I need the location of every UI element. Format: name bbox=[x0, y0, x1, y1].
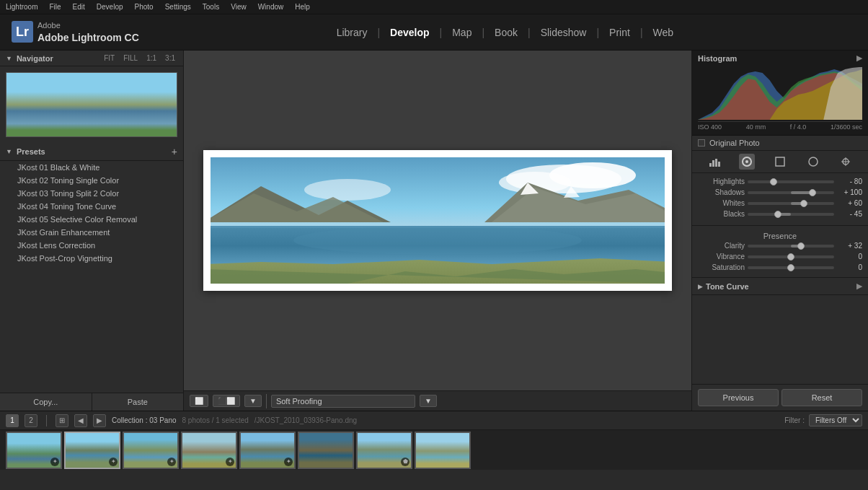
nav-sep-4: | bbox=[528, 27, 531, 38]
view-square-btn[interactable]: ⬜ bbox=[190, 395, 208, 407]
nav-sep-2: | bbox=[440, 27, 443, 38]
menu-photo[interactable]: Photo bbox=[135, 3, 154, 11]
reset-button[interactable]: Reset bbox=[781, 389, 862, 406]
tool-retouch-icon[interactable] bbox=[805, 154, 821, 170]
clarity-thumb[interactable] bbox=[797, 242, 805, 250]
preset-item-1[interactable]: JKost 01 Black & White bbox=[0, 161, 183, 174]
filmstrip-grid-btn[interactable]: ⊞ bbox=[56, 414, 68, 427]
filmstrip-thumb-6[interactable] bbox=[298, 432, 354, 469]
filmstrip-page-2[interactable]: 2 bbox=[25, 414, 37, 427]
highlights-thumb[interactable] bbox=[770, 178, 777, 185]
preset-item-8[interactable]: JKost Post-Crop Vignetting bbox=[0, 252, 183, 265]
shadows-track[interactable] bbox=[748, 191, 834, 194]
presence-section: Presence Clarity + 32 Vibrance 0 bbox=[692, 226, 868, 278]
center-content: ⬜ ⬛⬜ ▼ Soft Proofing ▼ bbox=[184, 51, 691, 411]
whites-track[interactable] bbox=[748, 202, 834, 205]
preset-item-4[interactable]: JKost 04 Toning Tone Curve bbox=[0, 200, 183, 213]
highlights-value: - 80 bbox=[837, 178, 862, 185]
preset-item-5[interactable]: JKost 05 Selective Color Removal bbox=[0, 213, 183, 226]
filmstrip-page-1[interactable]: 1 bbox=[6, 414, 19, 427]
vibrance-thumb[interactable] bbox=[787, 253, 794, 261]
saturation-value: 0 bbox=[837, 263, 862, 271]
soft-proofing-select[interactable]: Soft Proofing bbox=[271, 395, 415, 408]
view-dropdown-btn[interactable]: ▼ bbox=[244, 395, 262, 407]
navigator-header[interactable]: ▼ Navigator FIT FILL 1:1 3:1 bbox=[0, 51, 183, 66]
tool-circle-icon[interactable] bbox=[739, 154, 755, 170]
filmstrip-next-btn[interactable]: ▶ bbox=[93, 414, 106, 427]
presets-header[interactable]: ▼ Presets + bbox=[0, 143, 183, 161]
menu-lightroom[interactable]: Lightroom bbox=[6, 3, 37, 11]
filmstrip-thumb-5[interactable]: ✦ bbox=[239, 432, 296, 469]
nav-book[interactable]: Book bbox=[487, 24, 525, 41]
nav-sep-6: | bbox=[640, 27, 643, 38]
thumb-4-badge: ✦ bbox=[226, 458, 234, 466]
preset-item-3[interactable]: JKost 03 Toning Split 2 Color bbox=[0, 187, 183, 200]
paste-button[interactable]: Paste bbox=[92, 393, 184, 411]
preset-item-7[interactable]: JKost Lens Correction bbox=[0, 239, 183, 252]
nav-library[interactable]: Library bbox=[329, 24, 375, 41]
clarity-value: + 32 bbox=[837, 242, 862, 250]
whites-label: Whites bbox=[698, 199, 745, 207]
preset-item-2[interactable]: JKost 02 Toning Single Color bbox=[0, 174, 183, 187]
histogram-expand-icon[interactable]: ▶ bbox=[856, 53, 862, 63]
original-photo-label: Original Photo bbox=[709, 139, 760, 147]
nav-slideshow[interactable]: Slideshow bbox=[533, 24, 594, 41]
filmstrip-thumb-8[interactable] bbox=[415, 432, 471, 469]
filmstrip-thumb-2[interactable]: ✦ bbox=[64, 432, 120, 469]
menu-window[interactable]: Window bbox=[258, 3, 284, 11]
nav-fit-btn[interactable]: FIT bbox=[102, 53, 117, 63]
filmstrip-header: 1 2 ⊞ ◀ ▶ Collection : 03 Pano 8 photos … bbox=[0, 411, 868, 430]
presets-add-button[interactable]: + bbox=[172, 146, 177, 157]
toolbar-arrow-btn[interactable]: ▼ bbox=[420, 395, 437, 407]
tone-curve-header[interactable]: ▶ Tone Curve ▶ bbox=[692, 278, 868, 295]
logo-area: Lr Adobe Adobe Lightroom CC bbox=[12, 20, 139, 43]
shadows-value: + 100 bbox=[837, 188, 862, 196]
saturation-thumb[interactable] bbox=[787, 264, 794, 271]
blacks-thumb[interactable] bbox=[774, 211, 781, 218]
previous-button[interactable]: Previous bbox=[698, 389, 779, 406]
tool-histogram-icon[interactable] bbox=[707, 154, 722, 170]
nav-fill-btn[interactable]: FILL bbox=[121, 53, 140, 63]
preset-item-6[interactable]: JKost Grain Enhancement bbox=[0, 226, 183, 239]
shadows-thumb[interactable] bbox=[809, 189, 816, 196]
filmstrip-thumb-3[interactable]: ✦ bbox=[123, 432, 179, 469]
nav-thumbnail-image bbox=[6, 73, 177, 136]
tone-curve-expand-icon[interactable]: ▶ bbox=[856, 281, 862, 291]
thumb-7-badge: ⬟ bbox=[401, 458, 409, 466]
blacks-track[interactable] bbox=[748, 213, 834, 216]
nav-map[interactable]: Map bbox=[445, 24, 479, 41]
whites-thumb[interactable] bbox=[800, 200, 807, 207]
menu-edit[interactable]: Edit bbox=[73, 3, 85, 11]
tone-sliders: Highlights - 80 Shadows + 100 Whites bbox=[692, 173, 868, 226]
tool-crop-icon[interactable] bbox=[772, 154, 788, 170]
highlights-row: Highlights - 80 bbox=[698, 178, 862, 185]
vibrance-track[interactable] bbox=[748, 255, 834, 258]
filmstrip-thumb-7[interactable]: ⬟ bbox=[356, 432, 412, 469]
menu-tools[interactable]: Tools bbox=[203, 3, 219, 11]
clarity-track[interactable] bbox=[748, 245, 834, 248]
nav-develop[interactable]: Develop bbox=[383, 24, 436, 41]
copy-button[interactable]: Copy... bbox=[0, 393, 92, 411]
saturation-track[interactable] bbox=[748, 266, 834, 269]
tool-adjustment-icon[interactable] bbox=[838, 154, 854, 170]
filmstrip-prev-btn[interactable]: ◀ bbox=[74, 414, 87, 427]
thumb-1-badge: ✦ bbox=[50, 458, 59, 466]
menu-view[interactable]: View bbox=[231, 3, 247, 11]
menu-settings[interactable]: Settings bbox=[165, 3, 191, 11]
nav-print[interactable]: Print bbox=[602, 24, 637, 41]
nav-web[interactable]: Web bbox=[646, 24, 681, 41]
menu-help[interactable]: Help bbox=[295, 3, 310, 11]
histogram-svg bbox=[698, 66, 862, 120]
nav-3to1-btn[interactable]: 3:1 bbox=[163, 53, 177, 63]
menu-develop[interactable]: Develop bbox=[97, 3, 123, 11]
filmstrip-thumb-4[interactable]: ✦ bbox=[181, 432, 237, 469]
highlights-track[interactable] bbox=[748, 180, 834, 183]
original-photo-bar: Original Photo bbox=[692, 136, 868, 151]
menu-file[interactable]: File bbox=[49, 3, 61, 11]
filter-select[interactable]: Filters Off bbox=[809, 414, 862, 426]
left-panel: ▼ Navigator FIT FILL 1:1 3:1 ▼ Presets +… bbox=[0, 51, 184, 411]
nav-1to1-btn[interactable]: 1:1 bbox=[144, 53, 159, 63]
view-split-btn[interactable]: ⬛⬜ bbox=[213, 395, 240, 407]
filmstrip-thumb-1[interactable]: ✦ bbox=[6, 432, 62, 469]
original-photo-checkbox[interactable] bbox=[698, 139, 705, 146]
